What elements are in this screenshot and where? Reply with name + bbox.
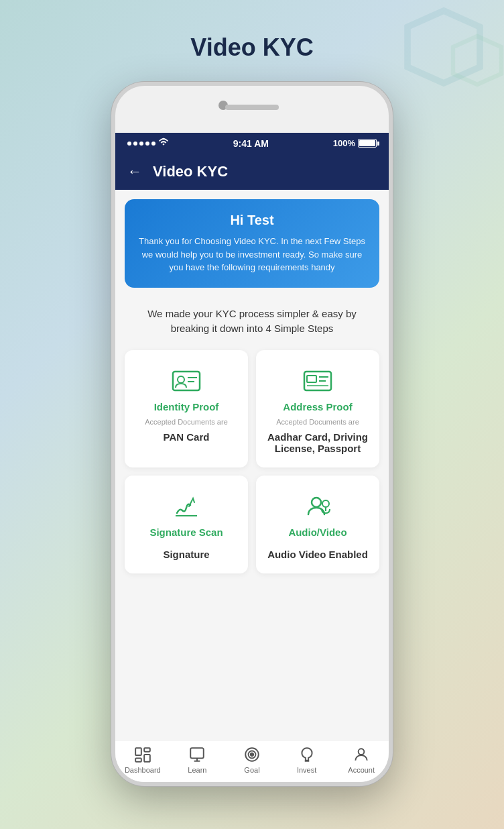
- svg-rect-18: [144, 755, 150, 762]
- goal-icon: [243, 746, 261, 763]
- signal-dot: [133, 142, 137, 146]
- identity-proof-title: Identity Proof: [154, 401, 219, 412]
- bottom-navigation: Dashboard Learn: [115, 740, 389, 782]
- nav-bar: ← Video KYC: [115, 154, 389, 190]
- status-right: 100%: [333, 138, 377, 148]
- wifi-icon: [158, 137, 169, 150]
- signature-icon: [170, 489, 202, 521]
- dashboard-icon: [134, 746, 151, 763]
- nav-learn[interactable]: Learn: [177, 746, 217, 774]
- invest-icon: [298, 746, 316, 763]
- svg-point-24: [251, 753, 253, 756]
- vol-up-button: [111, 186, 113, 213]
- welcome-banner: Hi Test Thank you for Choosing Video KYC…: [125, 199, 379, 288]
- account-label: Account: [348, 766, 375, 774]
- audio-video-title: Audio/Video: [288, 527, 346, 538]
- phone-frame: 9:41 AM 100% ← Video KYC Hi Test Thank y…: [111, 82, 393, 786]
- identity-proof-subtitle: Accepted Documents are: [145, 418, 228, 426]
- signal-dot: [127, 142, 131, 146]
- welcome-greeting: Hi Test: [137, 213, 367, 228]
- welcome-description: Thank you for Choosing Video KYC. In the…: [137, 235, 367, 274]
- phone-screen: 9:41 AM 100% ← Video KYC Hi Test Thank y…: [115, 133, 389, 782]
- back-button[interactable]: ←: [127, 163, 142, 180]
- phone-notch: [115, 86, 389, 133]
- status-time: 9:41 AM: [233, 138, 269, 149]
- address-proof-title: Address Proof: [283, 401, 352, 412]
- content-area: Hi Test Thank you for Choosing Video KYC…: [115, 190, 389, 740]
- battery-percentage: 100%: [333, 138, 355, 148]
- nav-dashboard[interactable]: Dashboard: [123, 746, 163, 774]
- svg-rect-15: [135, 748, 141, 755]
- page-title: Video KYC: [190, 34, 313, 62]
- dashboard-label: Dashboard: [125, 766, 161, 774]
- signal-indicator: [127, 142, 155, 146]
- address-card-icon: [302, 364, 334, 396]
- power-button: [391, 203, 393, 243]
- nav-title: Video KYC: [153, 163, 228, 180]
- bg-decoration-2: [450, 34, 504, 87]
- identity-proof-card[interactable]: Identity Proof Accepted Documents are PA…: [125, 350, 248, 467]
- svg-rect-19: [191, 748, 204, 758]
- id-card-icon: [170, 364, 202, 396]
- status-left: [127, 137, 169, 150]
- signal-dot: [145, 142, 149, 146]
- nav-invest[interactable]: Invest: [287, 746, 327, 774]
- address-proof-subtitle: Accepted Documents are: [276, 418, 359, 426]
- steps-description: We made your KYC process simpler & easy …: [115, 297, 389, 346]
- signature-scan-card[interactable]: Signature Scan Signature: [125, 476, 248, 573]
- earpiece: [225, 105, 279, 110]
- address-proof-card[interactable]: Address Proof Accepted Documents are Aad…: [256, 350, 379, 467]
- signature-scan-title: Signature Scan: [149, 527, 223, 538]
- svg-rect-7: [307, 376, 316, 382]
- svg-rect-16: [144, 748, 150, 751]
- vol-down-button: [111, 220, 113, 247]
- av-icon: [302, 489, 334, 521]
- address-proof-value: Aadhar Card, Driving License, Passport: [265, 431, 370, 454]
- invest-label: Invest: [297, 766, 316, 774]
- learn-label: Learn: [188, 766, 206, 774]
- account-icon: [353, 746, 370, 763]
- status-bar: 9:41 AM 100%: [115, 133, 389, 154]
- signal-dot: [151, 142, 155, 146]
- svg-point-26: [359, 749, 365, 755]
- signal-dot: [139, 142, 143, 146]
- nav-goal[interactable]: Goal: [232, 746, 272, 774]
- learn-icon: [188, 746, 206, 763]
- battery-fill: [359, 140, 375, 146]
- svg-point-12: [312, 498, 321, 507]
- audio-video-card[interactable]: Audio/Video Audio Video Enabled: [256, 476, 379, 573]
- audio-video-value: Audio Video Enabled: [267, 549, 368, 560]
- svg-rect-6: [304, 372, 331, 390]
- nav-account[interactable]: Account: [341, 746, 381, 774]
- kyc-cards-grid: Identity Proof Accepted Documents are PA…: [115, 346, 389, 583]
- svg-rect-17: [135, 758, 141, 761]
- svg-point-3: [178, 376, 184, 383]
- goal-label: Goal: [244, 766, 259, 774]
- battery-icon: [358, 139, 377, 148]
- svg-point-13: [322, 500, 329, 507]
- svg-marker-1: [453, 36, 501, 85]
- identity-proof-value: PAN Card: [164, 431, 210, 443]
- signature-scan-value: Signature: [163, 549, 209, 560]
